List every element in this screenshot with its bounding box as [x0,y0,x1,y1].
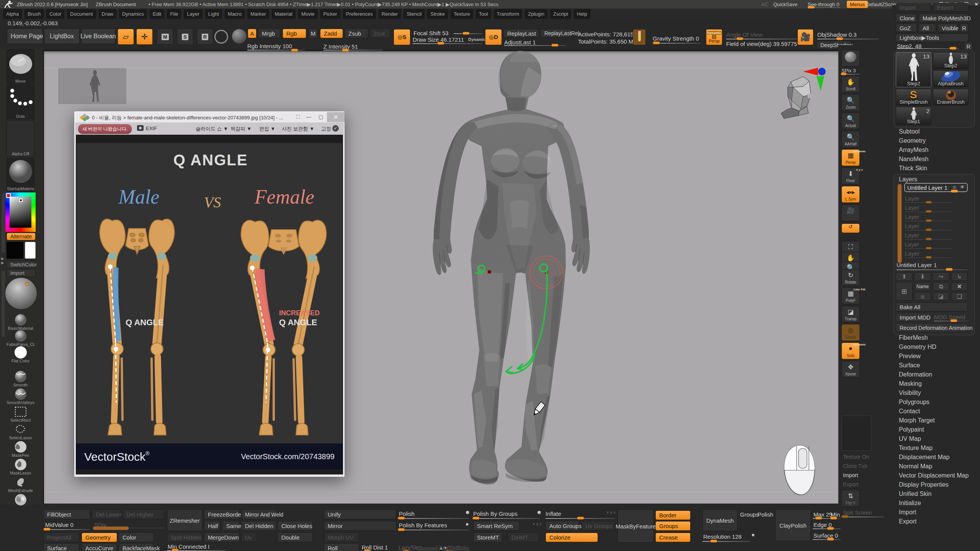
menu-preferences[interactable]: Preferences [343,9,376,19]
polish-by-groups-nub[interactable] [472,517,480,520]
texture-preview-box[interactable] [841,416,871,451]
section-preview[interactable]: Preview [899,353,921,360]
movie-camera-icon[interactable]: 🎥 [797,29,813,45]
section-geometry-hd[interactable]: Geometry HD [899,344,936,350]
polish-by-features-slider[interactable]: Polish By Features [399,522,447,528]
focal-shift-nub[interactable] [462,32,470,35]
menu-picker[interactable]: Picker [320,9,340,19]
menu-brush[interactable]: Brush [24,9,44,19]
shelf-actual-button[interactable]: 🔍Actual [841,112,860,129]
inflate-nub[interactable] [577,517,584,520]
clone-txtr-button[interactable]: Clone Txtr [843,463,867,469]
tool-thumb-simplebrush[interactable]: S SimpleBrush [896,89,931,106]
viewer-minimize-button[interactable]: — [306,114,311,120]
layer-row-7[interactable]: Layer [905,250,966,257]
focal-shift-slider[interactable]: Focal Shift 53 [413,30,449,36]
shelf-ghost-button[interactable]: ◍Ghost [841,324,860,341]
freezeborder-button[interactable]: FreezeBorder [204,510,240,519]
active-layer-nub[interactable] [951,190,958,192]
roll-button[interactable]: Roll [324,543,359,551]
layer-undo-button[interactable]: ↳ [951,272,968,281]
section-fibermesh[interactable]: FiberMesh [899,334,928,341]
make-polymesh-button[interactable]: Make PolyMesh3D [919,14,969,22]
menu-texture[interactable]: Texture [451,9,473,19]
dynamesh-dot[interactable] [751,533,755,537]
viewer-bookmark-menu[interactable]: 책갈피 ▼ [230,126,252,132]
color-import-button[interactable]: Import [7,269,36,277]
zadd-button[interactable]: Zadd [320,29,343,38]
menu-transform[interactable]: Transform [494,9,523,19]
persp-button[interactable]: Dynamic ▤ Persp [706,29,722,45]
smart-resym-button[interactable]: Smart ReSym [473,521,519,531]
dynamic-brush-button[interactable]: ◎D [485,29,502,45]
polish-slider[interactable]: Polish [399,510,415,517]
menu-file[interactable]: File [167,9,181,19]
tool-thumb-eraserbrush[interactable]: EraserBrush [933,89,969,106]
menu-color[interactable]: Color [46,9,64,19]
active-layer-row[interactable]: Untitled Layer 1 👁 [904,183,968,192]
menu-alpha[interactable]: Alpha [3,9,22,19]
current-material-preview[interactable] [5,278,37,309]
unify-button[interactable]: Unify [324,510,396,519]
section-thick-skin[interactable]: Thick Skin [899,165,927,172]
material-flat-color[interactable]: Flat Color [7,346,34,363]
section-unified-skin[interactable]: Unified Skin [899,491,931,497]
r-button[interactable]: R [960,24,969,32]
startup-material-thumb[interactable]: StartupMaterial [7,158,34,192]
section-initialize[interactable]: Initialize [899,500,921,507]
tray-scrollbar-left[interactable] [417,547,438,551]
edge-nub[interactable] [827,527,834,530]
shelf-l-sym-button[interactable]: ◂▪▸L.Sym [841,186,860,203]
color-picker-hue-cursor[interactable] [6,193,11,198]
material-selectrect[interactable]: SelectRect [7,406,34,422]
layer-row-6[interactable]: Layer [905,241,966,248]
shelf-xpose-button[interactable]: ✥Xpose [841,361,860,378]
replay-last-rel-button[interactable]: ReplayLastRel [541,29,572,37]
layer-delete-button[interactable]: ✖ [951,282,968,291]
layer-copy-button[interactable]: ❏ [951,292,968,301]
menu-light[interactable]: Light [205,9,222,19]
stroke-thumb-move[interactable]: Move [7,50,34,84]
layer-duplicate-button[interactable]: ⧉ [933,282,949,291]
shelf-camera-button[interactable]: 🎥 [841,204,860,221]
split-screen-nub[interactable] [841,515,849,518]
section-contact[interactable]: Contact [899,408,920,415]
section-polygroups[interactable]: Polygroups [899,399,929,406]
viewer-exif-button[interactable]: EXIF [146,126,157,131]
layer-row-2[interactable]: Layer [905,204,966,211]
section-uv-map[interactable]: UV Map [899,435,921,442]
viewer-close-button[interactable]: ✕ [327,112,345,122]
section-import[interactable]: Import [899,509,916,516]
viewer-title-bar[interactable]: 0 - 비율, 리듬 > female-and-male-skeleton-di… [75,112,344,122]
tool-thumb-current[interactable]: 13 Step2 [896,52,931,87]
material-smoothvalleys[interactable]: SmoothValleys [7,388,34,405]
bpr-button[interactable]: BPR [841,50,860,67]
roll-dist-nub[interactable] [364,549,371,551]
rgb-intensity-slider[interactable]: Rgb Intensity 100 [247,43,292,49]
material-maskpen[interactable]: MaskPen [7,441,34,458]
section-nanomesh[interactable]: NanoMesh [899,156,928,163]
shelf-polyf-button[interactable]: Line Fill▦PolyF [841,287,860,304]
double-button[interactable]: Double [278,533,313,542]
mirror-and-weld-button[interactable]: Mirror And Weld [241,510,276,519]
viewer-archive-menu[interactable]: 사진 보관함 ▼ [282,126,314,132]
viewer-update-button[interactable]: 새 버전이 나왔습니다. [78,124,132,134]
home-page-button[interactable]: Home Page [7,29,43,44]
layer-row-5[interactable]: Layer [905,232,966,238]
viewer-edit-menu[interactable]: 편집 ▼ [259,126,275,132]
gravity-nub[interactable] [653,41,660,44]
geometry-button[interactable]: Geometry [82,533,117,542]
ac-indicator[interactable]: AC [761,2,768,7]
gravity-strength-slider[interactable]: Gravity Strength 0 [653,35,699,42]
clone-button[interactable]: Clone [896,14,917,22]
shelf-persp-button[interactable]: Dynamic▦Persp [841,149,860,166]
polish-by-features-nub[interactable] [398,528,405,531]
layer-merge-button[interactable]: ⧈ [914,292,931,301]
section-geometry[interactable]: Geometry [899,137,926,144]
texture-on-button[interactable]: Texture On [843,454,869,460]
shelf-solo-button[interactable]: Dynamic●Solo [841,342,860,359]
menu-tool[interactable]: Tool [476,9,491,19]
alternate-button[interactable]: Alternate [7,233,36,240]
section-polypaint[interactable]: Polypaint [899,426,924,433]
morph-uv-button[interactable]: Morph UV [324,533,359,542]
